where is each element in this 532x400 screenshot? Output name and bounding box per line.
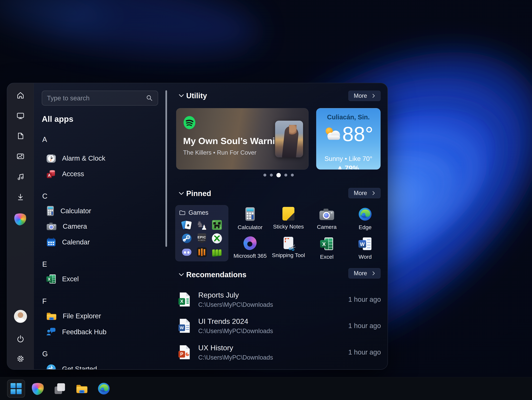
pinned-tile-calculator[interactable]: Calculator [232,207,268,231]
tile-label: Microsoft 365 [234,253,267,259]
search-icon [146,95,153,101]
rail-documents-button[interactable] [13,128,28,144]
app-row-calculator[interactable]: Calculator [46,205,91,217]
get-started-icon [46,364,56,370]
pinned-collapse-chevron-icon[interactable] [178,191,184,195]
access-icon [46,169,56,179]
tile-label: Snipping Tool [272,252,305,258]
app-label: Get Started [62,365,97,370]
steam-icon[interactable] [182,233,192,244]
app-row-calendar[interactable]: Calendar [46,236,90,248]
app-label: Access [62,170,84,178]
recommended-file-row[interactable]: Reports July C:\Users\MyPC\Downloads 1 h… [178,290,381,309]
utility-more-button[interactable]: More [348,91,380,101]
carousel-dot[interactable] [270,174,273,176]
recommended-file-row[interactable]: UI Trends 2024 C:\Users\MyPC\Downloads 1… [178,316,381,336]
tile-label: Calculator [238,224,262,231]
folder-outline-icon [179,210,186,216]
game-tiles-icon[interactable] [212,247,222,257]
recommendations-collapse-chevron-icon[interactable] [178,273,184,277]
rail-music-button[interactable] [13,169,28,184]
water-drop-icon [338,165,342,169]
start-button[interactable] [7,380,25,398]
app-row-feedback-hub[interactable]: Feedback Hub [46,326,107,338]
app-row-get-started[interactable]: Get Started [46,363,97,370]
taskbar-file-explorer-button[interactable] [73,380,91,398]
weather-location: Culiacán, Sin. [316,113,380,121]
document-icon [16,132,25,140]
microsoft-365-icon [242,235,258,251]
rail-copilot-button[interactable] [13,211,28,227]
minecraft-creeper-icon[interactable] [212,220,222,230]
pinned-tile-word[interactable]: Word [347,237,383,260]
rail-power-button[interactable] [13,331,28,347]
search-box[interactable] [42,91,158,106]
discord-icon[interactable] [182,249,191,256]
chess-icon[interactable]: ♞♟ [197,220,207,230]
pinned-tile-camera[interactable]: Camera [309,208,345,230]
rail-pictures-button[interactable] [13,148,28,164]
app-row-camera[interactable]: Camera [46,220,87,232]
weather-temperature: 88° [342,124,373,144]
file-path: C:\Users\MyPC\Downloads [198,328,341,335]
rail-downloads-button[interactable] [13,189,28,205]
pinned-tile-microsoft-365[interactable]: Microsoft 365 [232,237,268,259]
pinned-tile-excel[interactable]: Excel [309,237,345,260]
taskbar-task-view-button[interactable] [51,380,69,398]
more-label: More [354,270,367,277]
app-row-file-explorer[interactable]: File Explorer [46,310,101,322]
pinned-section-title: Pinned [186,189,211,198]
solitaire-icon[interactable]: ♠ [182,220,192,230]
epic-games-icon[interactable]: EPICGAMES [198,233,206,243]
app-row-alarm-clock[interactable]: Alarm & Clock [46,152,105,164]
picture-icon [16,152,25,160]
utility-collapse-chevron-icon[interactable] [178,94,184,98]
pinned-more-button[interactable]: More [348,188,380,198]
more-label: More [354,92,367,99]
carousel-dot[interactable] [284,174,287,176]
word-file-icon [178,318,191,333]
group-letter: G [42,350,48,358]
app-row-excel[interactable]: Excel [46,273,79,285]
pinned-tile-sticky-notes[interactable]: Sticky Notes [271,207,306,230]
tile-label: Excel [320,254,333,260]
app-label: Camera [63,223,87,230]
more-label: More [354,190,367,196]
tile-label: Word [359,254,372,260]
taskbar-edge-button[interactable] [95,380,113,398]
pinned-tile-snipping-tool[interactable]: Snipping Tool [271,237,306,258]
album-art [275,121,303,157]
recommendations-more-button[interactable]: More [348,268,380,279]
rail-home-button[interactable] [13,88,28,103]
carousel-dot-active[interactable] [276,173,281,177]
group-letter: C [42,192,47,200]
rail-account-button[interactable] [13,309,28,324]
weather-card[interactable]: Culiacán, Sin. 88° Sunny • Like 70° 79% [316,108,380,169]
utility-carousel-dots [263,173,294,177]
word-icon [358,237,372,251]
carousel-dot[interactable] [291,174,294,176]
rail-desktop-button[interactable] [13,108,28,123]
call-of-duty-icon[interactable] [197,247,207,257]
app-label: Calendar [62,238,90,246]
utility-section-title: Utility [186,91,207,100]
rail-settings-button[interactable] [13,351,28,367]
media-track-title: My Own Soul’s Warni... [183,136,283,146]
recommended-file-row[interactable]: UX History C:\Users\MyPC\Downloads 1 hou… [178,342,381,362]
pinned-games-folder[interactable]: Games ♠ ♞♟ EPICGAMES [175,205,228,261]
carousel-dot[interactable] [263,174,266,176]
group-letter: F [42,297,47,305]
xbox-icon[interactable] [212,233,222,244]
chevron-right-icon [372,191,375,195]
pinned-tile-edge[interactable]: Edge [347,207,383,231]
taskbar-copilot-button[interactable] [29,380,47,398]
app-label: Calculator [60,207,91,215]
calculator-icon [244,207,256,221]
user-avatar [14,310,27,323]
apps-list-scrollbar[interactable] [165,90,167,247]
app-row-access[interactable]: Access [46,168,84,180]
weather-humidity: 79% [345,164,359,169]
sticky-notes-icon [282,207,294,220]
search-input[interactable] [47,94,146,102]
spotify-media-card[interactable]: My Own Soul’s Warni... The Killers • Run… [176,108,308,169]
